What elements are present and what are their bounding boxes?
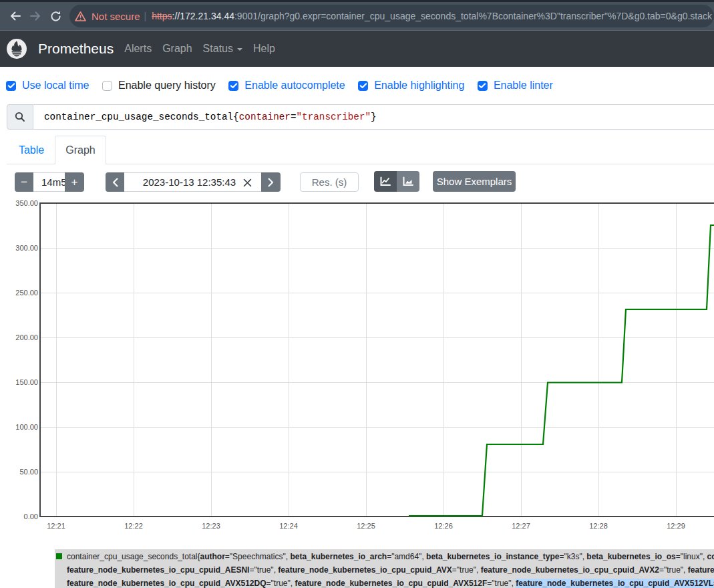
svg-text:12:24: 12:24 <box>279 522 298 530</box>
svg-text:12:21: 12:21 <box>47 522 65 530</box>
svg-text:100.00: 100.00 <box>15 423 38 431</box>
svg-text:350.00: 350.00 <box>15 199 38 207</box>
svg-text:12:23: 12:23 <box>202 522 220 530</box>
svg-text:150.00: 150.00 <box>15 378 38 386</box>
svg-text:0.00: 0.00 <box>24 512 38 521</box>
svg-text:12:29: 12:29 <box>667 522 685 530</box>
svg-text:12:28: 12:28 <box>589 522 608 530</box>
svg-text:300.00: 300.00 <box>15 244 38 252</box>
svg-text:12:26: 12:26 <box>434 522 453 530</box>
svg-text:250.00: 250.00 <box>15 289 38 297</box>
svg-text:12:22: 12:22 <box>124 522 143 530</box>
svg-text:12:27: 12:27 <box>512 522 530 530</box>
svg-text:200.00: 200.00 <box>15 333 38 341</box>
svg-text:12:25: 12:25 <box>357 522 375 530</box>
svg-text:50.00: 50.00 <box>19 468 38 476</box>
